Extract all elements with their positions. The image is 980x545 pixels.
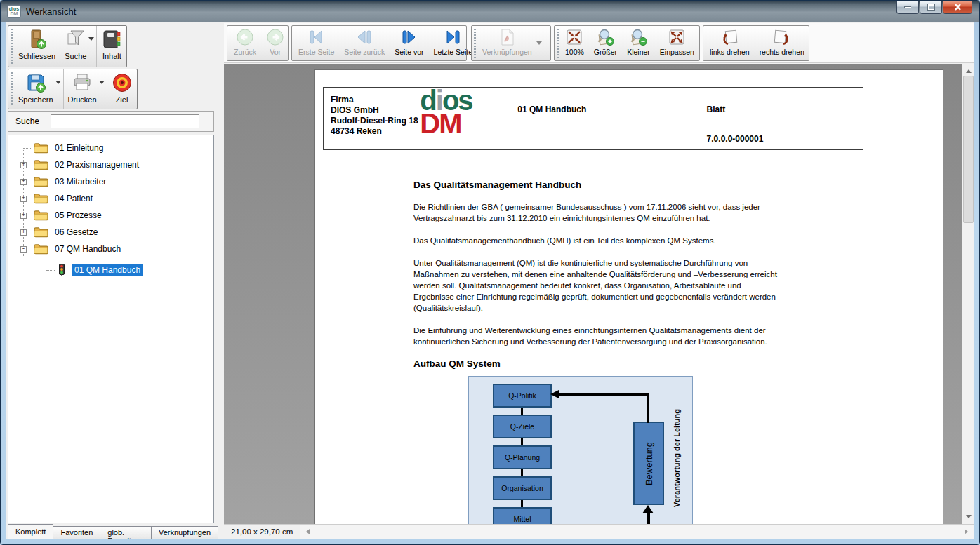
search-label: Suche — [15, 116, 39, 126]
diagram-connector — [521, 469, 523, 476]
header-company-cell: Firma DIOS GmbH Rudolf-Diesel-Ring 18 48… — [324, 88, 510, 149]
viewer-panel: Zurück Vor — [224, 22, 974, 539]
diagram-arrow — [647, 393, 649, 423]
print-button[interactable]: Drucken — [63, 69, 107, 109]
tree-item-qm-handbuch-folder[interactable]: - 07 QM Handbuch — [8, 241, 213, 257]
back-circle-icon — [236, 28, 254, 46]
paragraph: Das Qualitätsmanagementhandbuch (QMH) is… — [413, 235, 780, 246]
tree-item-gesetze[interactable]: + 06 Gesetze — [8, 224, 213, 241]
diagram-box-mittel: Mittel — [493, 507, 552, 524]
back-button[interactable]: Zurück — [229, 26, 261, 60]
scroll-left-button[interactable] — [300, 525, 312, 539]
document-heading-2: Aufbau QM System — [413, 358, 780, 369]
viewer-statusbar: 21,00 x 29,70 cm — [224, 524, 974, 539]
contents-button[interactable]: Inhalt — [96, 26, 126, 67]
sheet-label: Blatt — [707, 105, 726, 114]
diagram-box-q-ziele: Q-Ziele — [493, 415, 552, 438]
save-icon — [25, 72, 46, 93]
horizontal-scrollbar[interactable] — [300, 525, 974, 539]
tab-glob-favoriten[interactable]: glob. Favoriten — [100, 526, 152, 539]
expand-icon[interactable]: + — [20, 213, 27, 219]
chevron-left-icon — [303, 529, 310, 534]
scroll-up-button[interactable] — [962, 64, 974, 76]
last-page-button[interactable]: Letzte Seite — [429, 26, 477, 60]
vertical-scrollbar[interactable] — [962, 64, 974, 524]
links-group: Verknüpfungen — [471, 25, 551, 61]
folder-icon — [34, 159, 48, 170]
first-page-button[interactable]: Erste Seite — [293, 26, 339, 60]
zoom-out-button[interactable]: Kleiner — [622, 26, 655, 60]
close-document-button[interactable]: Schliessen — [14, 26, 60, 67]
toolbar-row-2: Speichern Drucken — [8, 69, 138, 109]
history-group: Zurück Vor — [227, 25, 289, 61]
tree-item-qm-handbuch-doc[interactable]: 01 QM Handbuch — [8, 262, 213, 278]
target-button[interactable]: Ziel — [107, 69, 137, 109]
header-title-cell: 01 QM Handbuch — [510, 88, 698, 149]
rotate-right-button[interactable]: rechts drehen — [755, 26, 809, 60]
tree-item-mitarbeiter[interactable]: + 03 Mitarbeiter — [8, 173, 213, 190]
next-page-button[interactable]: Seite vor — [390, 26, 428, 60]
tree-item-prozesse[interactable]: + 05 Prozesse — [8, 207, 213, 224]
tab-komplett[interactable]: Komplett — [8, 524, 53, 539]
target-icon — [112, 72, 133, 93]
dropdown-caret-icon[interactable] — [99, 81, 105, 87]
document-header-table: Firma DIOS GmbH Rudolf-Diesel-Ring 18 48… — [323, 87, 863, 150]
diagram-box-bewertung: Bewertung — [633, 422, 664, 505]
diagram-box-q-planung: Q-Planung — [493, 445, 552, 469]
expand-icon[interactable]: + — [20, 229, 27, 236]
expand-icon[interactable]: + — [20, 179, 27, 185]
folder-icon — [34, 142, 48, 154]
vertical-scrollbar-thumb[interactable] — [963, 76, 974, 223]
tree-item-praxismanagement[interactable]: + 02 Praxismanagement — [8, 156, 213, 173]
expand-icon[interactable]: + — [20, 162, 27, 168]
dropdown-caret-icon[interactable] — [88, 37, 94, 43]
window-content: Schliessen Suche — [6, 22, 974, 539]
restore-icon — [928, 4, 934, 10]
collapse-icon[interactable]: - — [20, 246, 27, 253]
tab-verknuepfungen[interactable]: Verknüpfungen — [151, 526, 218, 539]
dropdown-caret-icon[interactable] — [536, 41, 542, 48]
last-page-icon — [444, 28, 462, 46]
tree-item-einleitung[interactable]: 01 Einleitung — [8, 140, 213, 156]
app-window: dios DM Werkansicht — [0, 0, 980, 545]
expand-icon[interactable]: + — [20, 196, 27, 202]
qm-system-diagram: Q-Politik Q-Ziele Q-Planung Organisation… — [468, 376, 693, 524]
search-input[interactable] — [51, 114, 199, 128]
toolbar-row-1: Schliessen Suche — [8, 25, 127, 67]
scroll-right-button[interactable] — [962, 525, 974, 539]
paragraph: Unter Qualitätsmanagement (QM) ist die k… — [413, 257, 780, 314]
scroll-down-button[interactable] — [962, 512, 974, 524]
diagram-arrow — [647, 513, 650, 524]
door-close-icon — [27, 29, 48, 50]
document-heading-1: Das Qualitätsmanagement Handbuch — [413, 180, 780, 190]
zoom-out-icon — [629, 28, 647, 46]
zoom-in-button[interactable]: Größer — [589, 26, 622, 60]
paragraph: Die Einführung und Weiterentwicklung ein… — [413, 325, 780, 347]
close-button[interactable] — [943, 1, 972, 14]
restore-button[interactable] — [920, 1, 942, 14]
dios-dm-logo: dios DM — [420, 89, 504, 135]
fit-page-button[interactable]: Einpassen — [655, 26, 699, 60]
selected-tree-item-label: 01 QM Handbuch — [72, 264, 143, 276]
tree-connector — [46, 270, 55, 271]
rotate-group: links drehen rechts drehen — [703, 25, 809, 61]
folder-icon — [34, 176, 48, 187]
zoom-100-button[interactable]: 100% — [560, 26, 589, 60]
titlebar: dios DM Werkansicht — [1, 1, 979, 22]
tree-item-patient[interactable]: + 04 Patient — [8, 190, 213, 207]
rotate-left-button[interactable]: links drehen — [705, 26, 755, 60]
search-button[interactable]: Suche — [60, 26, 96, 67]
folder-icon — [34, 243, 48, 255]
minimize-button[interactable] — [896, 1, 919, 14]
chevron-right-icon — [965, 529, 971, 534]
zoom-100-icon — [565, 28, 583, 46]
prev-page-button[interactable]: Seite zurück — [339, 26, 390, 60]
zoom-in-icon — [596, 28, 614, 46]
save-button[interactable]: Speichern — [14, 69, 63, 109]
pdf-links-button[interactable]: Verknüpfungen — [477, 26, 543, 60]
tab-favoriten[interactable]: Favoriten — [53, 526, 100, 539]
forward-button[interactable]: Vor — [261, 26, 289, 60]
pdf-document-icon — [498, 28, 516, 46]
page-size-indicator: 21,00 x 29,70 cm — [224, 525, 300, 539]
dropdown-caret-icon[interactable] — [55, 81, 61, 87]
